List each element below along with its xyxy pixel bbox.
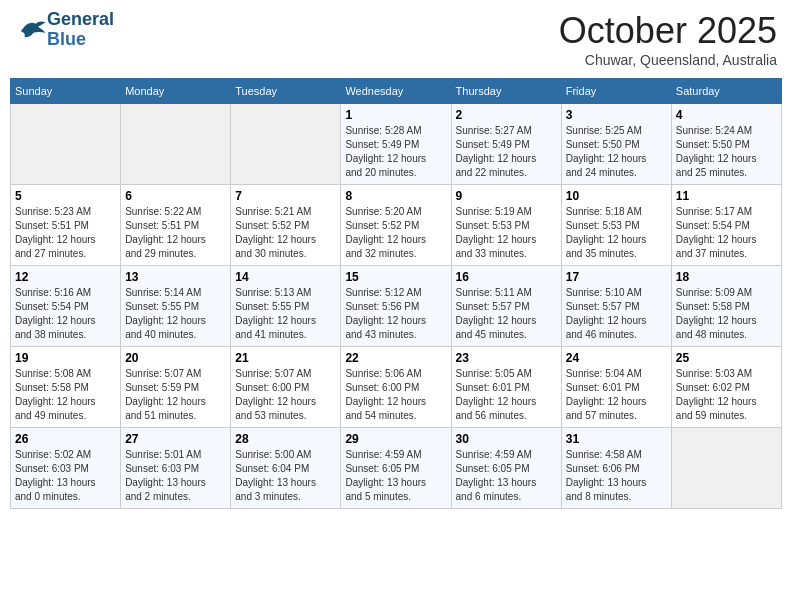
calendar-cell: 9Sunrise: 5:19 AM Sunset: 5:53 PM Daylig…: [451, 185, 561, 266]
day-number: 3: [566, 108, 667, 122]
day-number: 30: [456, 432, 557, 446]
day-number: 12: [15, 270, 116, 284]
day-number: 2: [456, 108, 557, 122]
calendar-cell: 20Sunrise: 5:07 AM Sunset: 5:59 PM Dayli…: [121, 347, 231, 428]
calendar-cell: 27Sunrise: 5:01 AM Sunset: 6:03 PM Dayli…: [121, 428, 231, 509]
day-header-wednesday: Wednesday: [341, 79, 451, 104]
day-header-friday: Friday: [561, 79, 671, 104]
day-number: 8: [345, 189, 446, 203]
day-detail: Sunrise: 5:07 AM Sunset: 6:00 PM Dayligh…: [235, 367, 336, 423]
calendar-cell: 26Sunrise: 5:02 AM Sunset: 6:03 PM Dayli…: [11, 428, 121, 509]
day-header-monday: Monday: [121, 79, 231, 104]
day-detail: Sunrise: 5:01 AM Sunset: 6:03 PM Dayligh…: [125, 448, 226, 504]
week-row-5: 26Sunrise: 5:02 AM Sunset: 6:03 PM Dayli…: [11, 428, 782, 509]
location: Chuwar, Queensland, Australia: [559, 52, 777, 68]
calendar-cell: 17Sunrise: 5:10 AM Sunset: 5:57 PM Dayli…: [561, 266, 671, 347]
day-number: 4: [676, 108, 777, 122]
day-detail: Sunrise: 5:19 AM Sunset: 5:53 PM Dayligh…: [456, 205, 557, 261]
day-detail: Sunrise: 5:06 AM Sunset: 6:00 PM Dayligh…: [345, 367, 446, 423]
logo-bird-icon: [17, 15, 47, 40]
day-number: 20: [125, 351, 226, 365]
calendar-cell: 22Sunrise: 5:06 AM Sunset: 6:00 PM Dayli…: [341, 347, 451, 428]
calendar-cell: 13Sunrise: 5:14 AM Sunset: 5:55 PM Dayli…: [121, 266, 231, 347]
calendar-cell: 14Sunrise: 5:13 AM Sunset: 5:55 PM Dayli…: [231, 266, 341, 347]
day-detail: Sunrise: 5:10 AM Sunset: 5:57 PM Dayligh…: [566, 286, 667, 342]
day-header-tuesday: Tuesday: [231, 79, 341, 104]
day-number: 22: [345, 351, 446, 365]
day-number: 25: [676, 351, 777, 365]
calendar-cell: 6Sunrise: 5:22 AM Sunset: 5:51 PM Daylig…: [121, 185, 231, 266]
day-header-thursday: Thursday: [451, 79, 561, 104]
calendar-cell: 15Sunrise: 5:12 AM Sunset: 5:56 PM Dayli…: [341, 266, 451, 347]
calendar-cell: 5Sunrise: 5:23 AM Sunset: 5:51 PM Daylig…: [11, 185, 121, 266]
day-detail: Sunrise: 5:03 AM Sunset: 6:02 PM Dayligh…: [676, 367, 777, 423]
day-detail: Sunrise: 5:25 AM Sunset: 5:50 PM Dayligh…: [566, 124, 667, 180]
calendar-cell: 24Sunrise: 5:04 AM Sunset: 6:01 PM Dayli…: [561, 347, 671, 428]
calendar-cell: 3Sunrise: 5:25 AM Sunset: 5:50 PM Daylig…: [561, 104, 671, 185]
day-detail: Sunrise: 5:02 AM Sunset: 6:03 PM Dayligh…: [15, 448, 116, 504]
day-number: 26: [15, 432, 116, 446]
day-number: 16: [456, 270, 557, 284]
day-detail: Sunrise: 5:16 AM Sunset: 5:54 PM Dayligh…: [15, 286, 116, 342]
calendar-cell: 28Sunrise: 5:00 AM Sunset: 6:04 PM Dayli…: [231, 428, 341, 509]
calendar-cell: [671, 428, 781, 509]
page-header: General Blue October 2025 Chuwar, Queens…: [10, 10, 782, 68]
day-detail: Sunrise: 5:05 AM Sunset: 6:01 PM Dayligh…: [456, 367, 557, 423]
day-detail: Sunrise: 5:12 AM Sunset: 5:56 PM Dayligh…: [345, 286, 446, 342]
calendar-cell: 29Sunrise: 4:59 AM Sunset: 6:05 PM Dayli…: [341, 428, 451, 509]
day-detail: Sunrise: 5:24 AM Sunset: 5:50 PM Dayligh…: [676, 124, 777, 180]
day-number: 18: [676, 270, 777, 284]
week-row-4: 19Sunrise: 5:08 AM Sunset: 5:58 PM Dayli…: [11, 347, 782, 428]
calendar-cell: 8Sunrise: 5:20 AM Sunset: 5:52 PM Daylig…: [341, 185, 451, 266]
day-detail: Sunrise: 5:07 AM Sunset: 5:59 PM Dayligh…: [125, 367, 226, 423]
day-detail: Sunrise: 4:59 AM Sunset: 6:05 PM Dayligh…: [456, 448, 557, 504]
day-number: 31: [566, 432, 667, 446]
week-row-1: 1Sunrise: 5:28 AM Sunset: 5:49 PM Daylig…: [11, 104, 782, 185]
day-number: 10: [566, 189, 667, 203]
calendar-cell: 16Sunrise: 5:11 AM Sunset: 5:57 PM Dayli…: [451, 266, 561, 347]
day-detail: Sunrise: 5:22 AM Sunset: 5:51 PM Dayligh…: [125, 205, 226, 261]
day-detail: Sunrise: 5:13 AM Sunset: 5:55 PM Dayligh…: [235, 286, 336, 342]
calendar-cell: 12Sunrise: 5:16 AM Sunset: 5:54 PM Dayli…: [11, 266, 121, 347]
calendar-cell: 21Sunrise: 5:07 AM Sunset: 6:00 PM Dayli…: [231, 347, 341, 428]
calendar-cell: [121, 104, 231, 185]
calendar-cell: 30Sunrise: 4:59 AM Sunset: 6:05 PM Dayli…: [451, 428, 561, 509]
day-number: 17: [566, 270, 667, 284]
day-number: 23: [456, 351, 557, 365]
calendar-table: SundayMondayTuesdayWednesdayThursdayFrid…: [10, 78, 782, 509]
week-row-2: 5Sunrise: 5:23 AM Sunset: 5:51 PM Daylig…: [11, 185, 782, 266]
day-detail: Sunrise: 5:04 AM Sunset: 6:01 PM Dayligh…: [566, 367, 667, 423]
day-detail: Sunrise: 5:11 AM Sunset: 5:57 PM Dayligh…: [456, 286, 557, 342]
day-detail: Sunrise: 5:20 AM Sunset: 5:52 PM Dayligh…: [345, 205, 446, 261]
day-number: 6: [125, 189, 226, 203]
day-detail: Sunrise: 5:09 AM Sunset: 5:58 PM Dayligh…: [676, 286, 777, 342]
month-title: October 2025: [559, 10, 777, 52]
calendar-cell: 2Sunrise: 5:27 AM Sunset: 5:49 PM Daylig…: [451, 104, 561, 185]
logo-text: General Blue: [47, 10, 114, 50]
calendar-cell: [11, 104, 121, 185]
day-number: 15: [345, 270, 446, 284]
day-number: 5: [15, 189, 116, 203]
calendar-cell: 4Sunrise: 5:24 AM Sunset: 5:50 PM Daylig…: [671, 104, 781, 185]
days-header-row: SundayMondayTuesdayWednesdayThursdayFrid…: [11, 79, 782, 104]
day-number: 9: [456, 189, 557, 203]
day-number: 21: [235, 351, 336, 365]
day-header-saturday: Saturday: [671, 79, 781, 104]
day-detail: Sunrise: 5:27 AM Sunset: 5:49 PM Dayligh…: [456, 124, 557, 180]
day-detail: Sunrise: 5:14 AM Sunset: 5:55 PM Dayligh…: [125, 286, 226, 342]
day-detail: Sunrise: 5:23 AM Sunset: 5:51 PM Dayligh…: [15, 205, 116, 261]
calendar-cell: 1Sunrise: 5:28 AM Sunset: 5:49 PM Daylig…: [341, 104, 451, 185]
day-number: 28: [235, 432, 336, 446]
day-number: 7: [235, 189, 336, 203]
day-number: 11: [676, 189, 777, 203]
day-detail: Sunrise: 5:28 AM Sunset: 5:49 PM Dayligh…: [345, 124, 446, 180]
calendar-cell: 23Sunrise: 5:05 AM Sunset: 6:01 PM Dayli…: [451, 347, 561, 428]
day-number: 1: [345, 108, 446, 122]
calendar-cell: 11Sunrise: 5:17 AM Sunset: 5:54 PM Dayli…: [671, 185, 781, 266]
day-detail: Sunrise: 5:08 AM Sunset: 5:58 PM Dayligh…: [15, 367, 116, 423]
day-number: 14: [235, 270, 336, 284]
title-block: October 2025 Chuwar, Queensland, Austral…: [559, 10, 777, 68]
calendar-cell: 19Sunrise: 5:08 AM Sunset: 5:58 PM Dayli…: [11, 347, 121, 428]
logo: General Blue: [15, 10, 114, 50]
day-detail: Sunrise: 4:58 AM Sunset: 6:06 PM Dayligh…: [566, 448, 667, 504]
